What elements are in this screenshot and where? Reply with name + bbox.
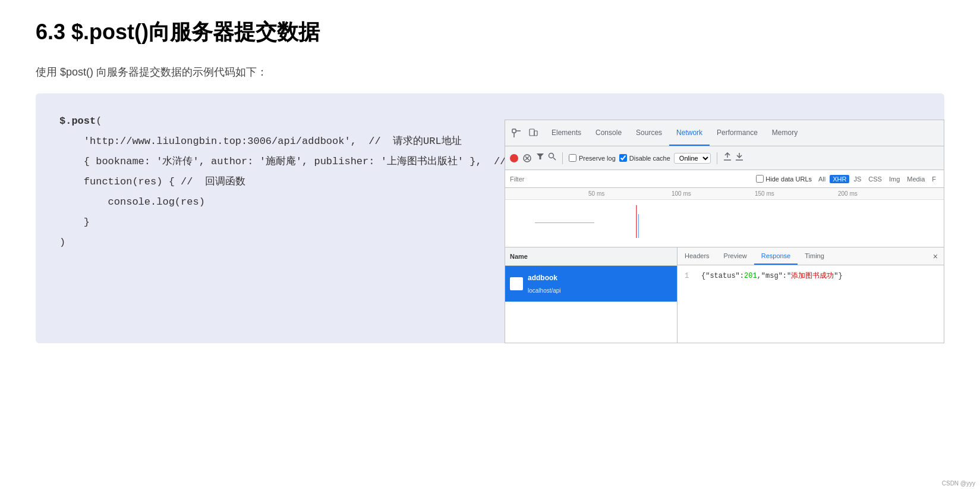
timeline-label-200: 200 ms bbox=[838, 188, 858, 200]
type-media-button[interactable]: Media bbox=[904, 175, 928, 183]
devtools-panel: Elements Console Sources Network Perform… bbox=[505, 120, 944, 343]
preserve-log-label: Preserve log bbox=[579, 152, 616, 165]
type-css-button[interactable]: CSS bbox=[865, 175, 885, 183]
timeline-area: 50 ms 100 ms 150 ms 200 ms bbox=[505, 188, 944, 247]
record-button[interactable] bbox=[510, 154, 518, 162]
detail-response-line: 1 {"status":201,"msg":"添加图书成功"} bbox=[685, 270, 937, 283]
throttle-select[interactable]: Online bbox=[674, 153, 711, 164]
hide-data-urls-checkbox[interactable]: Hide data URLs bbox=[756, 173, 812, 186]
timeline-axis: 50 ms 100 ms 150 ms 200 ms bbox=[505, 188, 944, 200]
devtools-topbar: Elements Console Sources Network Perform… bbox=[505, 120, 944, 146]
timeline-label-50: 50 ms bbox=[588, 188, 604, 200]
tab-elements[interactable]: Elements bbox=[544, 120, 588, 146]
name-column-label: Name bbox=[510, 250, 528, 263]
devtools-tabs: Elements Console Sources Network Perform… bbox=[544, 120, 939, 146]
page-title: 6.3 $.post()向服务器提交数据 bbox=[36, 18, 944, 47]
name-row-text: addbook localhost/api bbox=[528, 271, 561, 297]
type-all-button[interactable]: All bbox=[815, 175, 828, 183]
detail-tab-response[interactable]: Response bbox=[754, 247, 798, 265]
preserve-log-input[interactable] bbox=[569, 154, 576, 162]
devtools-icon-group bbox=[510, 127, 540, 140]
subtitle: 使用 $post() 向服务器提交数据的示例代码如下： bbox=[36, 65, 944, 79]
svg-point-9 bbox=[549, 153, 554, 158]
tab-sources[interactable]: Sources bbox=[629, 120, 669, 146]
tab-performance[interactable]: Performance bbox=[710, 120, 765, 146]
disable-cache-label: Disable cache bbox=[629, 152, 670, 165]
name-row-addbook[interactable]: addbook localhost/api bbox=[505, 266, 677, 302]
toolbar-divider2 bbox=[717, 152, 717, 164]
search-button[interactable] bbox=[548, 151, 556, 166]
filter-button[interactable] bbox=[536, 151, 544, 166]
export-har-button[interactable] bbox=[735, 151, 743, 166]
request-name: addbook bbox=[528, 271, 561, 285]
hide-data-urls-input[interactable] bbox=[756, 175, 764, 183]
svg-marker-8 bbox=[537, 153, 544, 159]
detail-close-button[interactable]: × bbox=[927, 248, 944, 265]
import-har-button[interactable] bbox=[723, 151, 732, 166]
detail-tab-timing[interactable]: Timing bbox=[798, 247, 831, 265]
device-icon[interactable] bbox=[527, 127, 540, 140]
filter-input[interactable] bbox=[510, 175, 752, 183]
request-origin: localhost/api bbox=[528, 285, 561, 297]
detail-panel: Headers Preview Response Timing × 1 {"st… bbox=[678, 247, 944, 343]
tab-network[interactable]: Network bbox=[669, 120, 710, 146]
tab-memory[interactable]: Memory bbox=[765, 120, 805, 146]
page-content: 6.3 $.post()向服务器提交数据 使用 $post() 向服务器提交数据… bbox=[0, 0, 980, 355]
response-line-text: {"status":201,"msg":"添加图书成功"} bbox=[701, 270, 843, 283]
svg-rect-0 bbox=[512, 129, 516, 133]
code-keyword: $.post bbox=[59, 115, 96, 127]
network-toolbar: Preserve log Disable cache Online bbox=[505, 146, 944, 170]
response-status-value: 201 bbox=[744, 272, 757, 280]
preserve-log-checkbox[interactable]: Preserve log bbox=[569, 152, 616, 165]
disable-cache-checkbox[interactable]: Disable cache bbox=[619, 152, 670, 165]
detail-tab-preview[interactable]: Preview bbox=[717, 247, 754, 265]
type-font-button[interactable]: F bbox=[929, 175, 939, 183]
timeline-label-100: 100 ms bbox=[672, 188, 691, 200]
type-xhr-button[interactable]: XHR bbox=[830, 175, 849, 183]
response-brace-close: "} bbox=[834, 272, 842, 280]
response-comma: ,"msg":" bbox=[757, 272, 792, 280]
csdn-badge: CSDN @yyy bbox=[942, 480, 975, 487]
svg-line-10 bbox=[553, 158, 556, 160]
inspect-icon[interactable] bbox=[510, 127, 523, 140]
timeline-label-150: 150 ms bbox=[755, 188, 774, 200]
code-paren: ( bbox=[96, 115, 102, 127]
name-list: Name addbook localhost/api bbox=[505, 247, 678, 343]
type-filter-buttons: All XHR JS CSS Img Media F bbox=[815, 175, 939, 183]
type-img-button[interactable]: Img bbox=[886, 175, 903, 183]
response-line-number: 1 bbox=[685, 270, 694, 283]
detail-tabs: Headers Preview Response Timing × bbox=[678, 247, 944, 265]
stop-button[interactable] bbox=[522, 153, 532, 164]
response-msg-value: 添加图书成功 bbox=[791, 272, 834, 280]
toolbar-divider bbox=[562, 152, 563, 164]
detail-tab-headers[interactable]: Headers bbox=[678, 247, 717, 265]
svg-rect-3 bbox=[530, 129, 534, 136]
name-list-header: Name bbox=[505, 247, 677, 266]
tab-console[interactable]: Console bbox=[588, 120, 629, 146]
svg-rect-4 bbox=[534, 131, 537, 136]
timeline-flat-line bbox=[535, 222, 594, 223]
hide-data-urls-label: Hide data URLs bbox=[765, 173, 812, 186]
name-panel: Name addbook localhost/api Headers Previ… bbox=[505, 247, 944, 343]
code-block: $.post( 'http://www.liulongbin.top:3006/… bbox=[36, 93, 944, 343]
name-row-icon bbox=[510, 277, 523, 290]
filter-bar: Hide data URLs All XHR JS CSS Img Media … bbox=[505, 170, 944, 188]
disable-cache-input[interactable] bbox=[619, 154, 627, 162]
timeline-spike-red bbox=[636, 205, 637, 238]
detail-content: 1 {"status":201,"msg":"添加图书成功"} bbox=[678, 265, 944, 288]
type-js-button[interactable]: JS bbox=[850, 175, 864, 183]
response-brace-open: {"status": bbox=[701, 272, 744, 280]
timeline-spike-blue bbox=[638, 214, 639, 238]
